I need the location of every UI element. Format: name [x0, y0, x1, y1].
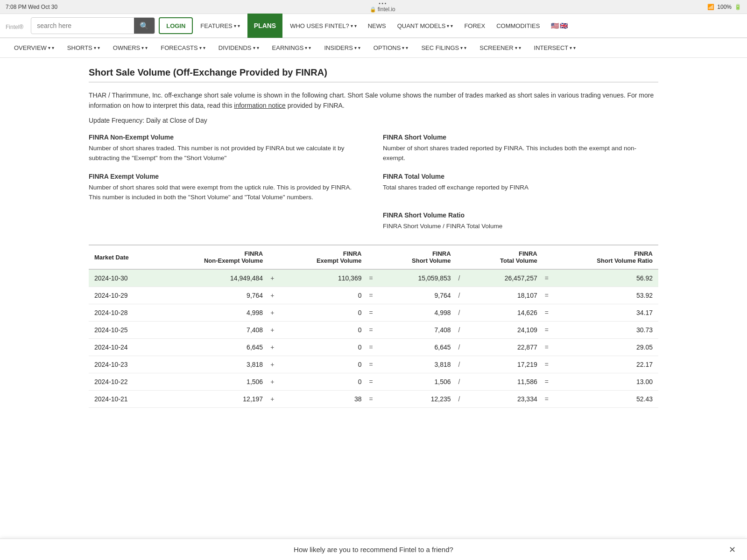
cell-op3: / [457, 322, 468, 339]
search-button[interactable]: 🔍 [134, 17, 155, 34]
cell-op2: = [367, 322, 378, 339]
def-non-exempt-title: FINRA Non-Exempt Volume [89, 133, 364, 141]
sec-nav-options[interactable]: OPTIONS ▾ [367, 38, 415, 58]
cell-op2: = [367, 304, 378, 322]
col-exempt: FINRAExempt Volume [280, 245, 367, 269]
sec-nav-insiders[interactable]: INSIDERS ▾ [317, 38, 366, 58]
sec-nav-overview[interactable]: OVERVIEW ▾ [7, 38, 61, 58]
cell-total-vol: 24,109 [468, 322, 543, 339]
cell-date: 2024-10-22 [89, 373, 160, 391]
status-right: 📶 100% 🔋 [707, 4, 741, 10]
lock-icon: 🔒 [370, 7, 376, 12]
cell-non-exempt: 14,949,484 [160, 269, 268, 287]
cell-op1: + [268, 269, 280, 287]
table-row: 2024-10-246,645+0=6,645/22,877=29.05 [89, 339, 658, 356]
cell-op1: + [268, 322, 280, 339]
sec-nav-earnings[interactable]: EARNINGS ▾ [266, 38, 318, 58]
cell-ratio: 52.43 [554, 391, 658, 408]
nav-who-uses[interactable]: WHO USES FINTEL? ▾ [286, 14, 360, 38]
col-non-exempt: FINRANon-Exempt Volume [160, 245, 268, 269]
sec-nav-sec[interactable]: SEC FILINGS ▾ [415, 38, 473, 58]
flag-us: 🇺🇸 [551, 22, 559, 29]
cell-op2: = [367, 287, 378, 304]
cell-non-exempt: 3,818 [160, 356, 268, 373]
cell-exempt: 0 [280, 322, 367, 339]
nav-plans[interactable]: PLANS [247, 14, 282, 38]
status-ellipsis: • • • [379, 1, 386, 6]
cell-op1: + [268, 339, 280, 356]
cell-date: 2024-10-21 [89, 391, 160, 408]
cell-date: 2024-10-23 [89, 356, 160, 373]
cell-non-exempt: 7,408 [160, 322, 268, 339]
table-row: 2024-10-233,818+0=3,818/17,219=22.17 [89, 356, 658, 373]
col-ratio: FINRAShort Volume Ratio [554, 245, 658, 269]
def-total-volume: FINRA Total Volume Total shares traded o… [383, 173, 658, 203]
info-notice-link[interactable]: information notice [234, 102, 286, 109]
cell-op4: = [543, 322, 554, 339]
cell-op3: / [457, 356, 468, 373]
cell-op1: + [268, 373, 280, 391]
cell-op3: / [457, 269, 468, 287]
cell-short-vol: 4,998 [378, 304, 456, 322]
table-row: 2024-10-3014,949,484+110,369=15,059,853/… [89, 269, 658, 287]
cell-ratio: 34.17 [554, 304, 658, 322]
cell-total-vol: 22,877 [468, 339, 543, 356]
cell-short-vol: 6,645 [378, 339, 456, 356]
cell-op2: = [367, 373, 378, 391]
def-short-volume-text: Number of short shares traded reported b… [383, 144, 658, 163]
cell-op4: = [543, 287, 554, 304]
table-body: 2024-10-3014,949,484+110,369=15,059,853/… [89, 269, 658, 408]
logo[interactable]: Fintel® [6, 20, 23, 32]
col-op2 [367, 245, 378, 269]
short-volume-table: Market Date FINRANon-Exempt Volume FINRA… [89, 245, 658, 408]
sec-nav-dividends[interactable]: DIVIDENDS ▾ [212, 38, 266, 58]
cell-short-vol: 1,506 [378, 373, 456, 391]
cell-date: 2024-10-29 [89, 287, 160, 304]
cell-non-exempt: 12,197 [160, 391, 268, 408]
cell-op2: = [367, 269, 378, 287]
cell-op2: = [367, 339, 378, 356]
cell-op4: = [543, 339, 554, 356]
cell-op3: / [457, 339, 468, 356]
nav-forex[interactable]: FOREX [460, 14, 489, 38]
cell-non-exempt: 4,998 [160, 304, 268, 322]
cell-ratio: 53.92 [554, 287, 658, 304]
table-row: 2024-10-299,764+0=9,764/18,107=53.92 [89, 287, 658, 304]
cell-ratio: 13.00 [554, 373, 658, 391]
table-row: 2024-10-257,408+0=7,408/24,109=30.73 [89, 322, 658, 339]
col-total-vol: FINRATotal Volume [468, 245, 543, 269]
cell-op4: = [543, 304, 554, 322]
def-empty [89, 211, 364, 231]
cell-ratio: 56.92 [554, 269, 658, 287]
sec-nav-intersect[interactable]: INTERSECT ▾ [528, 38, 583, 58]
main-content: Short Sale Volume (Off-Exchange Provided… [79, 58, 668, 436]
sec-nav-forecasts[interactable]: FORECASTS ▾ [154, 38, 211, 58]
nav-features[interactable]: FEATURES ▾ [197, 14, 243, 38]
cell-short-vol: 3,818 [378, 356, 456, 373]
login-button[interactable]: LOGIN [159, 17, 193, 34]
cell-exempt: 0 [280, 287, 367, 304]
sec-nav-shorts[interactable]: SHORTS ▾ [61, 38, 106, 58]
sec-nav-screener[interactable]: SCREENER ▾ [473, 38, 527, 58]
def-total-volume-title: FINRA Total Volume [383, 173, 658, 180]
nav-news[interactable]: NEWS [364, 14, 390, 38]
description-text-after: provided by FINRA. [286, 102, 345, 109]
description-text-before: THAR / Tharimmune, Inc. off-exchange sho… [89, 91, 654, 109]
cell-date: 2024-10-25 [89, 322, 160, 339]
def-non-exempt-text: Number of short shares traded. This numb… [89, 144, 364, 163]
nav-commodities[interactable]: COMMODITIES [493, 14, 543, 38]
cell-op3: / [457, 391, 468, 408]
cell-op1: + [268, 391, 280, 408]
sec-nav-owners[interactable]: OWNERS ▾ [106, 38, 155, 58]
def-non-exempt: FINRA Non-Exempt Volume Number of short … [89, 133, 364, 163]
search-input[interactable] [31, 22, 134, 29]
cell-short-vol: 7,408 [378, 322, 456, 339]
cell-exempt: 0 [280, 339, 367, 356]
search-container: 🔍 [31, 17, 155, 34]
def-exempt-volume: FINRA Exempt Volume Number of short shar… [89, 173, 364, 203]
cell-total-vol: 11,586 [468, 373, 543, 391]
cell-op2: = [367, 391, 378, 408]
cell-total-vol: 14,626 [468, 304, 543, 322]
nav-quant[interactable]: QUANT MODELS ▾ [394, 14, 457, 38]
top-nav: Fintel® 🔍 LOGIN FEATURES ▾ PLANS WHO USE… [0, 14, 747, 38]
